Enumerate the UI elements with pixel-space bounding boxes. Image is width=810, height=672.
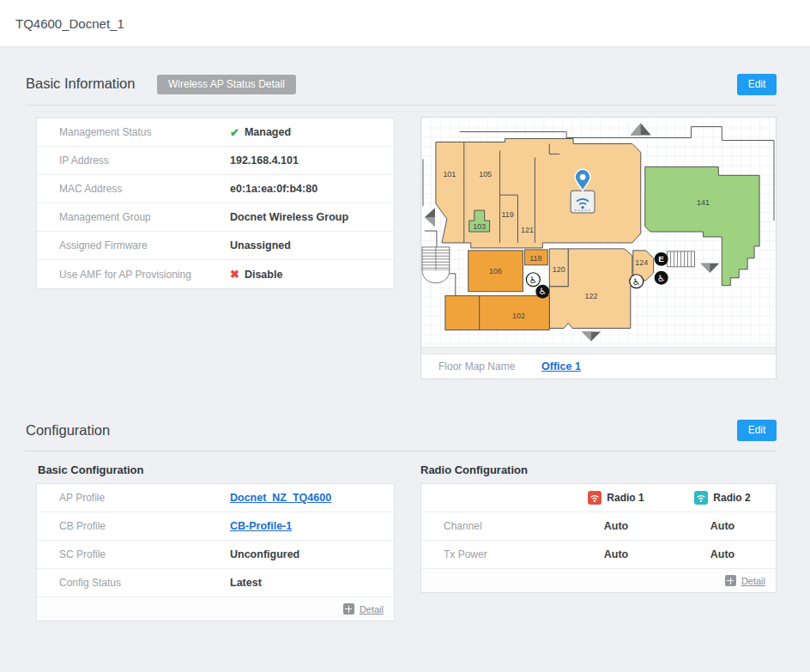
room-label: 124: [635, 258, 648, 267]
radio-2-txpower-value: Auto: [669, 548, 776, 560]
field-label: Channel: [421, 520, 563, 532]
field-value: Latest: [230, 577, 262, 589]
radio-1-column-header: Radio 1: [563, 491, 669, 505]
field-value: 192.168.4.101: [230, 154, 299, 166]
room-102: [445, 296, 549, 330]
svg-text:♿: ♿: [632, 276, 640, 287]
detail-row: Detail: [421, 569, 776, 592]
map-scrollbar[interactable]: [421, 347, 776, 354]
floor-map-card: E ♿ ♿ ♿ ♿: [420, 117, 777, 379]
field-label: SC Profile: [37, 548, 230, 560]
room-label: 141: [697, 198, 710, 207]
field-label: AP Profile: [37, 492, 230, 504]
table-row: SC Profile Unconfigured: [37, 541, 394, 569]
wheelchair-icon: ♿: [535, 285, 549, 299]
elevator-icon: E: [655, 252, 668, 266]
floor-map: E ♿ ♿ ♿ ♿: [421, 118, 776, 347]
table-row: Config Status Latest: [37, 569, 394, 597]
basic-config-detail-link[interactable]: Detail: [360, 604, 384, 614]
wifi-icon: [588, 491, 601, 505]
field-value: Docnet Wireless Group: [230, 211, 348, 223]
table-row: Channel Auto Auto: [421, 512, 776, 541]
svg-text:♿: ♿: [529, 275, 537, 285]
table-row: Assigned Firmware Unassigned: [37, 232, 394, 260]
table-row: Management Group Docnet Wireless Group: [37, 203, 394, 232]
room-upper-block: [436, 139, 641, 248]
wheelchair-icon: ♿: [655, 271, 668, 285]
cb-profile-link[interactable]: CB-Profile-1: [230, 520, 292, 532]
table-row: IP Address 192.168.4.101: [37, 147, 394, 175]
field-label: Management Group: [37, 211, 230, 223]
svg-text:♿: ♿: [657, 273, 665, 283]
table-row: Management Status Managed: [37, 118, 394, 147]
floor-map-footer: Floor Map Name Office 1: [421, 354, 776, 378]
wireless-ap-status-detail-button[interactable]: Wireless AP Status Detail: [157, 75, 296, 94]
check-icon: [230, 126, 239, 139]
section-divider: [26, 105, 777, 106]
field-label: MAC Address: [37, 183, 230, 195]
ap-device-icon: [571, 191, 595, 213]
radio-2-channel-value: Auto: [669, 520, 776, 532]
room-label: 102: [512, 312, 525, 320]
field-label: Use AMF for AP Provisioning: [37, 269, 230, 281]
plus-icon[interactable]: [343, 603, 354, 614]
room-label: 101: [443, 170, 456, 179]
svg-text:♿: ♿: [539, 286, 547, 296]
stairs-right: [668, 251, 695, 267]
stairs-left: [422, 247, 450, 283]
field-value: Disable: [245, 269, 282, 281]
field-label: Tx Power: [421, 548, 563, 560]
radio-2-column-header: Radio 2: [669, 491, 776, 505]
page-header: TQ4600_Docnet_1: [0, 0, 810, 47]
radio-1-label: Radio 1: [607, 492, 644, 504]
basic-configuration-heading: Basic Configuration: [38, 463, 144, 476]
room-label: 103: [473, 222, 486, 231]
basic-information-table: Management Status Managed IP Address 192…: [36, 118, 395, 289]
basic-configuration-table: AP Profile Docnet_NZ_TQ4600 CB Profile C…: [36, 483, 395, 621]
room-label: 106: [489, 267, 502, 275]
table-row: Use AMF for AP Provisioning Disable: [37, 260, 394, 288]
field-label: IP Address: [37, 154, 230, 166]
configuration-heading: Configuration: [26, 422, 110, 439]
floor-map-name-link[interactable]: Office 1: [541, 360, 581, 372]
plus-icon[interactable]: [725, 575, 736, 586]
basic-information-heading: Basic Information: [26, 76, 135, 92]
wheelchair-icon: ♿: [526, 273, 540, 287]
wifi-icon: [694, 491, 708, 505]
radio-1-txpower-value: Auto: [563, 548, 669, 560]
room-label: 118: [529, 254, 541, 263]
field-label: Assigned Firmware: [37, 239, 230, 251]
radio-configuration-heading: Radio Configuration: [420, 463, 528, 476]
ap-detail-page: TQ4600_Docnet_1 Basic Information Wirele…: [0, 0, 810, 672]
radio-table-header: Radio 1 Radio 2: [421, 484, 776, 512]
field-label: Config Status: [37, 577, 230, 589]
radio-2-label: Radio 2: [713, 492, 750, 504]
table-row: Tx Power Auto Auto: [421, 541, 776, 569]
radio-configuration-table: Radio 1 Radio 2 Channel Auto Auto Tx Pow…: [420, 483, 777, 593]
wheelchair-icon: ♿: [630, 275, 644, 288]
section-divider: [26, 451, 777, 451]
svg-text:E: E: [658, 254, 664, 263]
radio-config-detail-link[interactable]: Detail: [741, 576, 765, 586]
field-label: Management Status: [37, 126, 230, 138]
room-label: 122: [585, 292, 598, 300]
field-value: Managed: [245, 126, 291, 138]
table-row: AP Profile Docnet_NZ_TQ4600: [37, 484, 394, 512]
cross-icon: [230, 268, 239, 281]
field-value: Unassigned: [230, 239, 291, 251]
basic-information-edit-button[interactable]: Edit: [737, 74, 777, 95]
field-value: Unconfigured: [230, 548, 299, 560]
room-label: 119: [501, 210, 513, 219]
field-value: e0:1a:ea:0f:b4:80: [230, 183, 317, 195]
table-row: MAC Address e0:1a:ea:0f:b4:80: [37, 175, 394, 203]
ap-profile-link[interactable]: Docnet_NZ_TQ4600: [230, 492, 331, 504]
configuration-edit-button[interactable]: Edit: [737, 420, 777, 441]
radio-1-channel-value: Auto: [563, 520, 669, 532]
page-title: TQ4600_Docnet_1: [15, 16, 124, 31]
floor-map-name-label: Floor Map Name: [421, 360, 541, 372]
room-label: 120: [553, 265, 565, 274]
table-row: CB Profile CB-Profile-1: [37, 512, 394, 541]
room-label: 121: [521, 226, 534, 234]
room-label: 105: [479, 170, 492, 179]
detail-row: Detail: [37, 597, 394, 621]
